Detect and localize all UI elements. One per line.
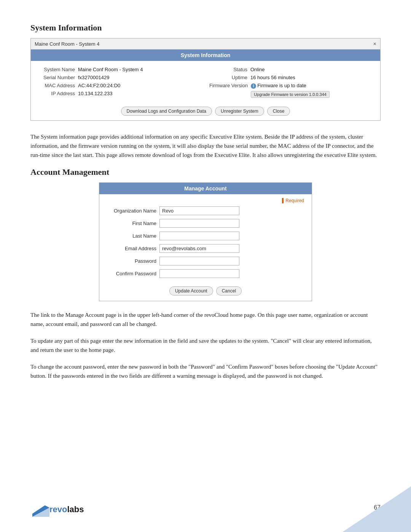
required-bar-icon: [282, 198, 284, 203]
label-system-name: System Name: [37, 67, 75, 72]
info-row-status: Status Online: [209, 66, 374, 73]
form-row-password: Password: [107, 257, 304, 265]
dialog-header-bar: System Information: [31, 50, 380, 61]
required-label: Required: [285, 198, 304, 203]
info-row-ip: IP Address 10.134.122.233: [37, 89, 202, 97]
info-row-system-name: System Name Maine Conf Room - System 4: [37, 66, 202, 73]
form-row-last-name: Last Name: [107, 232, 304, 240]
download-logs-button[interactable]: Download Logs and Configuration Data: [121, 107, 212, 116]
label-status: Status: [209, 67, 247, 72]
last-name-input[interactable]: [159, 232, 239, 240]
dialog-body: System Name Maine Conf Room - System 4 S…: [31, 61, 380, 104]
label-first-name: First Name: [107, 220, 156, 226]
dialog-footer: Download Logs and Configuration Data Unr…: [31, 104, 380, 120]
upgrade-firmware-button[interactable]: Upgrade Firmware to version 1.0.0.344: [251, 91, 330, 98]
logo-text: revolabs: [49, 505, 84, 514]
dialog-header-label: System Information: [181, 52, 231, 58]
form-row-first-name: First Name: [107, 219, 304, 228]
cancel-button[interactable]: Cancel: [216, 286, 242, 296]
account-body-text-3: To change the account password, enter th…: [30, 362, 381, 380]
label-uptime: Uptime: [209, 75, 247, 80]
unregister-system-button[interactable]: Unregister System: [215, 107, 264, 116]
revolabs-logo-icon: [30, 502, 49, 517]
value-firmware: iFirmware is up to date Upgrade Firmware…: [251, 83, 330, 98]
logo-labs: labs: [67, 505, 84, 514]
value-uptime: 16 hours 56 minutes: [250, 75, 295, 80]
label-confirm-password: Confirm Password: [107, 271, 156, 276]
close-button[interactable]: Close: [267, 107, 290, 116]
update-account-button[interactable]: Update Account: [169, 286, 213, 296]
manage-account-footer: Update Account Cancel: [99, 282, 312, 301]
firmware-status-label: Firmware is up to date: [257, 83, 306, 88]
form-row-email: Email Address: [107, 244, 304, 253]
info-row-firmware: Firmware Version iFirmware is up to date…: [209, 81, 374, 99]
close-icon[interactable]: ×: [373, 41, 376, 47]
label-password: Password: [107, 258, 156, 264]
value-ip: 10.134.122.233: [78, 91, 112, 96]
value-mac: AC:44:F2:00:24:D0: [78, 83, 120, 88]
manage-account-body: Required Organization Name First Name La…: [99, 194, 312, 278]
manage-account-header-label: Manage Account: [184, 185, 227, 192]
firmware-status-text: iFirmware is up to date: [251, 83, 330, 89]
password-input[interactable]: [159, 257, 239, 265]
info-grid: System Name Maine Conf Room - System 4 S…: [37, 66, 374, 99]
value-serial: fx3270001429: [78, 75, 109, 80]
dialog-titlebar: Maine Conf Room - System 4 ×: [31, 38, 380, 50]
system-info-dialog: Maine Conf Room - System 4 × System Info…: [30, 38, 381, 121]
label-mac: MAC Address: [37, 83, 75, 88]
email-input[interactable]: [159, 244, 239, 253]
required-note: Required: [107, 198, 304, 203]
info-row-uptime: Uptime 16 hours 56 minutes: [209, 73, 374, 81]
label-org-name: Organization Name: [107, 208, 156, 214]
info-icon: i: [251, 83, 256, 89]
label-email: Email Address: [107, 246, 156, 251]
account-management-heading: Account Management: [30, 167, 381, 177]
value-status: Online: [250, 67, 265, 72]
deco-triangle: [342, 486, 411, 532]
logo: revolabs: [30, 502, 84, 517]
value-system-name: Maine Conf Room - System 4: [78, 67, 143, 72]
form-row-org-name: Organization Name: [107, 206, 304, 215]
info-row-serial: Serial Number fx3270001429: [37, 73, 202, 81]
account-body-text-2: To update any part of this page enter th…: [30, 336, 381, 355]
system-info-heading: System Information: [30, 23, 381, 33]
label-last-name: Last Name: [107, 233, 156, 239]
dialog-title: Maine Conf Room - System 4: [35, 41, 100, 47]
label-ip: IP Address: [37, 91, 75, 96]
manage-account-header: Manage Account: [99, 183, 312, 194]
right-info-col: Status Online Uptime 16 hours 56 minutes…: [209, 66, 374, 99]
left-info-col: System Name Maine Conf Room - System 4 S…: [37, 66, 202, 99]
info-row-mac: MAC Address AC:44:F2:00:24:D0: [37, 81, 202, 89]
first-name-input[interactable]: [159, 219, 239, 228]
system-info-body-text: The System information page provides add…: [30, 132, 381, 160]
account-body-text-1: The link to the Manage Account page is i…: [30, 310, 381, 329]
org-name-input[interactable]: [159, 206, 239, 215]
page-footer: revolabs: [30, 502, 84, 517]
form-row-confirm-password: Confirm Password: [107, 269, 304, 278]
logo-revo: revo: [49, 505, 67, 514]
label-serial: Serial Number: [37, 75, 75, 80]
label-firmware: Firmware Version: [209, 83, 248, 88]
manage-account-dialog: Manage Account Required Organization Nam…: [99, 182, 312, 301]
confirm-password-input[interactable]: [159, 269, 239, 278]
